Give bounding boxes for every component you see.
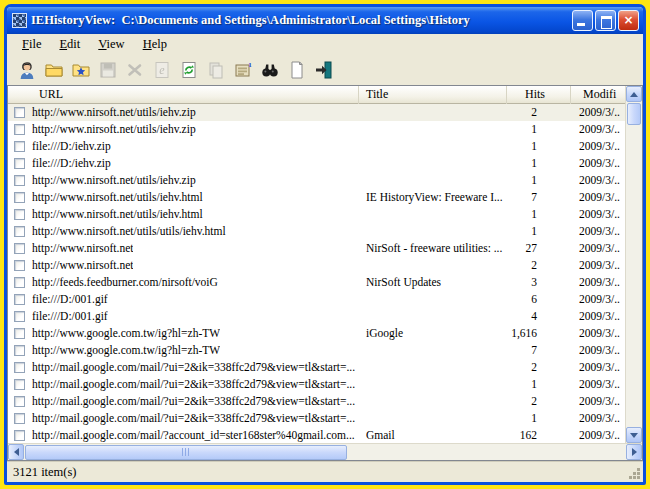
row-checkbox[interactable] bbox=[14, 328, 25, 339]
refresh-icon[interactable] bbox=[177, 58, 201, 82]
url-cell: file:///D:/iehv.zip bbox=[32, 138, 111, 155]
row-checkbox[interactable] bbox=[14, 413, 25, 424]
vertical-scroll-track[interactable] bbox=[626, 125, 642, 427]
vertical-scroll-thumb[interactable] bbox=[627, 103, 641, 125]
title-cell bbox=[359, 308, 507, 325]
title-cell bbox=[359, 376, 507, 393]
menu-file[interactable]: File bbox=[13, 36, 50, 54]
column-header-url[interactable]: URL bbox=[8, 86, 359, 104]
horizontal-scroll-thumb[interactable] bbox=[25, 445, 347, 460]
scroll-up-button[interactable] bbox=[626, 86, 642, 102]
table-row[interactable]: file:///D:/iehv.zip 1 2009/3/.. bbox=[8, 155, 625, 172]
row-checkbox[interactable] bbox=[14, 277, 25, 288]
table-row[interactable]: http://feeds.feedburner.com/nirsoft/voiG… bbox=[8, 274, 625, 291]
app-window: IEHistoryView: C:\Documents and Settings… bbox=[4, 4, 646, 485]
title-cell: iGoogle bbox=[359, 325, 507, 342]
table-row[interactable]: http://www.nirsoft.net NirSoft - freewar… bbox=[8, 240, 625, 257]
horizontal-scroll-track[interactable] bbox=[347, 444, 626, 460]
row-checkbox[interactable] bbox=[14, 311, 25, 322]
row-checkbox[interactable] bbox=[14, 141, 25, 152]
menu-view[interactable]: View bbox=[89, 36, 133, 54]
row-checkbox[interactable] bbox=[14, 379, 25, 390]
modified-cell: 2009/3/.. bbox=[571, 325, 625, 342]
row-checkbox[interactable] bbox=[14, 192, 25, 203]
table-row[interactable]: file:///D:/001.gif 6 2009/3/.. bbox=[8, 291, 625, 308]
table-row[interactable]: http://www.google.com.tw/ig?hl=zh-TW iGo… bbox=[8, 325, 625, 342]
find-icon[interactable] bbox=[258, 58, 282, 82]
user-accounts-icon[interactable] bbox=[15, 58, 39, 82]
table-row[interactable]: http://www.nirsoft.net/utils/iehv.zip 2 … bbox=[8, 104, 625, 121]
favorites-folder-icon[interactable] bbox=[69, 58, 93, 82]
close-button[interactable]: × bbox=[618, 10, 639, 31]
menu-help[interactable]: Help bbox=[134, 36, 176, 54]
properties-icon[interactable]: 1 bbox=[231, 58, 255, 82]
report-icon[interactable] bbox=[285, 58, 309, 82]
toolbar: e 1 bbox=[7, 55, 643, 85]
row-checkbox[interactable] bbox=[14, 260, 25, 271]
table-row[interactable]: http://www.nirsoft.net/utils/iehv.html 1… bbox=[8, 206, 625, 223]
column-header-modified[interactable]: Modifi bbox=[571, 86, 625, 104]
row-checkbox[interactable] bbox=[14, 294, 25, 305]
modified-cell: 2009/3/.. bbox=[571, 274, 625, 291]
modified-cell: 2009/3/.. bbox=[571, 342, 625, 359]
row-checkbox[interactable] bbox=[14, 158, 25, 169]
table-row[interactable]: file:///D:/iehv.zip 1 2009/3/.. bbox=[8, 138, 625, 155]
exit-icon[interactable] bbox=[312, 58, 336, 82]
column-header-hits[interactable]: Hits bbox=[507, 86, 571, 104]
title-cell bbox=[359, 121, 507, 138]
hits-cell: 7 bbox=[507, 342, 571, 359]
url-cell: file:///D:/iehv.zip bbox=[32, 155, 111, 172]
hits-cell: 1 bbox=[507, 223, 571, 240]
table-row[interactable]: http://www.google.com.tw/ig?hl=zh-TW 7 2… bbox=[8, 342, 625, 359]
table-row[interactable]: http://www.nirsoft.net/utils/iehv.zip 1 … bbox=[8, 172, 625, 189]
table-row[interactable]: file:///D:/001.gif 4 2009/3/.. bbox=[8, 308, 625, 325]
title-cell: NirSoft Updates bbox=[359, 274, 507, 291]
table-row[interactable]: http://mail.google.com/mail/?ui=2&ik=338… bbox=[8, 376, 625, 393]
open-in-browser-icon: e bbox=[150, 58, 174, 82]
hits-cell: 3 bbox=[507, 274, 571, 291]
row-checkbox[interactable] bbox=[14, 362, 25, 373]
row-checkbox[interactable] bbox=[14, 243, 25, 254]
hits-cell: 4 bbox=[507, 308, 571, 325]
table-row[interactable]: http://www.nirsoft.net/utils/iehv.html I… bbox=[8, 189, 625, 206]
maximize-button[interactable] bbox=[595, 10, 616, 31]
scroll-right-button[interactable] bbox=[626, 444, 642, 460]
hits-cell: 2 bbox=[507, 359, 571, 376]
row-checkbox[interactable] bbox=[14, 345, 25, 356]
row-checkbox[interactable] bbox=[14, 430, 25, 441]
url-cell: http://mail.google.com/mail/?ui=2&ik=338… bbox=[32, 393, 355, 410]
scroll-down-button[interactable] bbox=[626, 427, 642, 443]
modified-cell: 2009/3/.. bbox=[571, 240, 625, 257]
table-row[interactable]: http://mail.google.com/mail/?ui=2&ik=338… bbox=[8, 410, 625, 427]
vertical-scrollbar[interactable] bbox=[625, 86, 642, 443]
hits-cell: 1 bbox=[507, 410, 571, 427]
row-checkbox[interactable] bbox=[14, 209, 25, 220]
table-row[interactable]: http://mail.google.com/mail/?account_id=… bbox=[8, 427, 625, 443]
url-cell: http://www.nirsoft.net/utils/utils/iehv.… bbox=[32, 223, 226, 240]
open-folder-icon[interactable] bbox=[42, 58, 66, 82]
table-row[interactable]: http://www.nirsoft.net/utils/iehv.zip 1 … bbox=[8, 121, 625, 138]
row-checkbox[interactable] bbox=[14, 107, 25, 118]
row-checkbox[interactable] bbox=[14, 396, 25, 407]
table-row[interactable]: http://www.nirsoft.net/utils/utils/iehv.… bbox=[8, 223, 625, 240]
app-icon bbox=[12, 13, 27, 28]
hits-cell: 162 bbox=[507, 427, 571, 443]
modified-cell: 2009/3/.. bbox=[571, 291, 625, 308]
url-cell: http://www.google.com.tw/ig?hl=zh-TW bbox=[32, 325, 220, 342]
menu-edit[interactable]: Edit bbox=[50, 36, 89, 54]
modified-cell: 2009/3/.. bbox=[571, 138, 625, 155]
resize-grip[interactable] bbox=[628, 467, 640, 479]
table-row[interactable]: http://mail.google.com/mail/?ui=2&ik=338… bbox=[8, 393, 625, 410]
scroll-left-button[interactable] bbox=[8, 444, 24, 460]
row-checkbox[interactable] bbox=[14, 124, 25, 135]
minimize-button[interactable] bbox=[572, 10, 593, 31]
hits-cell: 1 bbox=[507, 138, 571, 155]
horizontal-scrollbar[interactable] bbox=[8, 443, 642, 460]
hits-cell: 7 bbox=[507, 189, 571, 206]
row-checkbox[interactable] bbox=[14, 175, 25, 186]
table-row[interactable]: http://mail.google.com/mail/?ui=2&ik=338… bbox=[8, 359, 625, 376]
save-icon bbox=[96, 58, 120, 82]
row-checkbox[interactable] bbox=[14, 226, 25, 237]
table-row[interactable]: http://www.nirsoft.net 2 2009/3/.. bbox=[8, 257, 625, 274]
column-header-title[interactable]: Title bbox=[359, 86, 507, 104]
